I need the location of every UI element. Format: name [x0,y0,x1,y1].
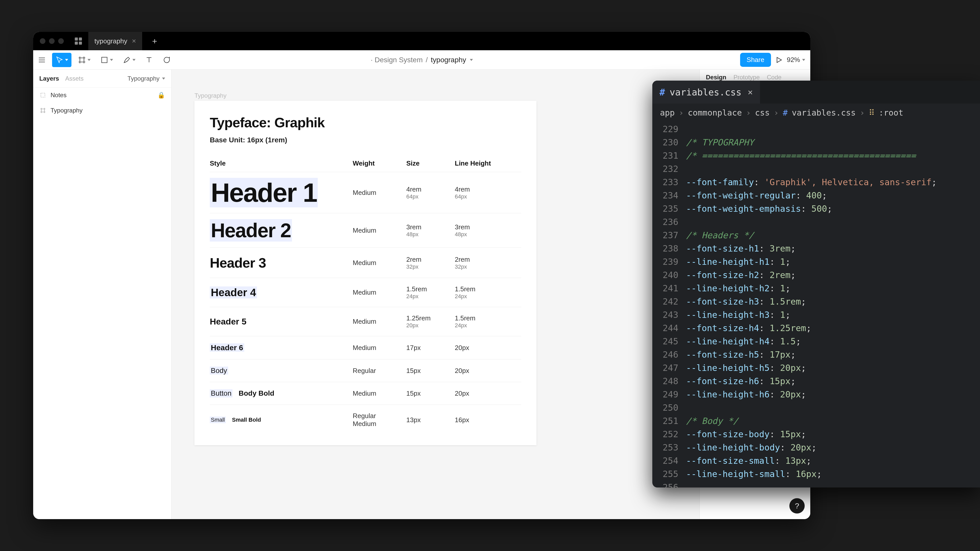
crumb-file[interactable]: variables.css [792,108,856,118]
toolbar-left [33,53,175,67]
code-area[interactable]: 2292302312322332342352362372382392402412… [652,122,980,487]
spec-lineheight: 2rem32px [455,256,521,270]
frame-label[interactable]: Typography [194,92,226,99]
chevron-down-icon [162,78,165,79]
spec-style: Header 4 [210,286,353,299]
tab-assets[interactable]: Assets [65,75,83,82]
lock-icon[interactable]: 🔒 [158,92,165,99]
code-editor-window: # variables.css × app› commonplace› css›… [652,81,980,487]
home-grid-icon[interactable] [74,37,83,45]
spec-lineheight: 1.5rem24px [455,285,521,300]
spec-weight: Medium [353,259,406,267]
spec-row[interactable]: Header 4Medium1.5rem24px1.5rem24px [210,278,521,307]
spec-size: 1.5rem24px [406,285,455,300]
crumb-dir[interactable]: css [755,108,770,118]
svg-rect-1 [41,93,45,97]
spec-weight: Medium [353,318,406,326]
minimize-dot-icon[interactable] [49,38,55,44]
close-tab-icon[interactable]: × [132,37,136,45]
spec-style: ButtonBody Bold [210,389,353,397]
spec-lineheight: 16px [455,416,521,424]
spec-size: 2rem32px [406,256,455,270]
css-file-icon: # [659,87,665,97]
line-number-gutter: 2292302312322332342352362372382392402412… [652,122,683,487]
spec-weight: Medium [353,344,406,352]
chevron-down-icon [802,59,805,61]
spec-row[interactable]: Header 3Medium2rem32px2rem32px [210,248,521,278]
symbol-icon: ⠿ [869,108,875,118]
editor-tab[interactable]: # variables.css × [652,81,760,103]
frame-icon [39,107,46,114]
spec-size: 3rem48px [406,223,455,238]
breadcrumb-project[interactable]: · Design System [371,56,423,64]
zoom-dot-icon[interactable] [58,38,64,44]
breadcrumb-sep: / [426,56,428,64]
shape-tool-button[interactable] [97,53,116,67]
spec-style: Body [210,367,353,375]
window-titlebar: typography × + [33,32,810,50]
help-button[interactable]: ? [789,498,805,513]
col-lh: Line Height [455,159,521,167]
page-selector[interactable]: Typography [127,75,165,82]
crumb-pkg[interactable]: commonplace [688,108,742,118]
spec-rows: Header 1Medium4rem64px4rem64pxHeader 2Me… [210,172,521,435]
pen-tool-button[interactable] [119,53,139,67]
share-button[interactable]: Share [740,53,771,67]
spec-row[interactable]: SmallSmall BoldRegular Medium13px16px [210,405,521,435]
spec-style: Header 6 [210,343,353,352]
right-panel-tabs: Design Prototype Code [706,74,804,81]
layers-panel: Layers Assets Typography Notes🔒Typograph… [33,70,172,519]
crumb-app[interactable]: app [660,108,675,118]
tab-prototype[interactable]: Prototype [733,74,760,81]
spec-row[interactable]: BodyRegular15px20px [210,359,521,382]
crumb-sym[interactable]: :root [879,108,903,118]
canvas[interactable]: Typography Typeface: Graphik Base Unit: … [172,70,700,519]
spec-style: Header 3 [210,255,353,271]
new-tab-button[interactable]: + [148,34,162,48]
frame-tool-button[interactable] [75,53,94,67]
spec-weight: Medium [353,189,406,197]
editor-breadcrumb[interactable]: app› commonplace› css› # variables.css› … [652,103,980,122]
spec-row[interactable]: Header 5Medium1.25rem20px1.5rem24px [210,307,521,336]
left-panel-tabs: Layers Assets Typography [33,70,171,87]
close-dot-icon[interactable] [40,38,45,44]
menu-button[interactable] [35,53,49,67]
spec-lineheight: 1.5rem24px [455,314,521,329]
tab-design[interactable]: Design [706,74,726,81]
layer-row[interactable]: Notes🔒 [33,87,171,103]
document-tab[interactable]: typography × [88,32,142,50]
editor-tabbar: # variables.css × [652,81,980,103]
spec-size: 15px [406,367,455,375]
col-style: Style [210,159,353,167]
zoom-value: 92% [787,56,800,64]
zoom-select[interactable]: 92% [787,56,805,64]
col-weight: Weight [353,159,406,167]
tab-layers[interactable]: Layers [39,75,59,82]
close-tab-icon[interactable]: × [748,87,752,97]
layer-list: Notes🔒Typography [33,87,171,118]
chevron-down-icon [88,59,91,61]
artboard-subtitle: Base Unit: 16px (1rem) [210,136,521,144]
spec-row[interactable]: ButtonBody BoldMedium15px20px [210,382,521,405]
breadcrumb-page[interactable]: typography [431,56,466,64]
svg-rect-0 [102,57,107,62]
spec-row[interactable]: Header 1Medium4rem64px4rem64px [210,172,521,213]
spec-lineheight: 20px [455,344,521,352]
spec-style: SmallSmall Bold [210,416,353,423]
layer-row[interactable]: Typography [33,103,171,118]
spec-row[interactable]: Header 2Medium3rem48px3rem48px [210,213,521,248]
typography-artboard[interactable]: Typeface: Graphik Base Unit: 16px (1rem)… [194,101,536,445]
traffic-lights[interactable] [40,38,64,44]
code-text[interactable]: /* TYPOGRAPHY/* ========================… [683,122,980,487]
col-size: Size [406,159,455,167]
spec-row[interactable]: Header 6Medium17px20px [210,336,521,359]
comment-tool-button[interactable] [159,53,173,67]
spec-lineheight: 4rem64px [455,186,521,200]
present-button[interactable] [775,56,783,64]
move-tool-button[interactable] [52,53,72,67]
chevron-down-icon[interactable] [470,59,473,61]
css-file-icon: # [783,108,788,118]
tab-code[interactable]: Code [767,74,781,81]
text-tool-button[interactable] [142,53,156,67]
artboard-title: Typeface: Graphik [210,114,521,130]
